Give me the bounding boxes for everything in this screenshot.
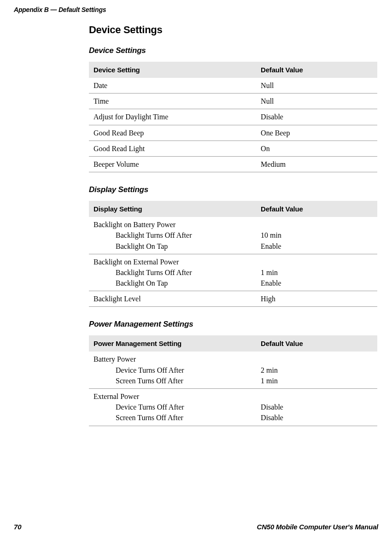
manual-title: CN50 Mobile Computer User's Manual [257, 523, 379, 531]
value-cell: Null [256, 78, 377, 94]
page-content: Device Settings Device SettingsDevice Se… [89, 24, 377, 439]
table-row: Backlight on External PowerBacklight Tur… [89, 254, 377, 291]
section-title: Device Settings [89, 24, 377, 36]
table-row: TimeNull [89, 94, 377, 109]
table-row: Good Read LightOn [89, 141, 377, 156]
value-cell: High [256, 291, 377, 307]
table-row: Adjust for Daylight TimeDisable [89, 109, 377, 125]
setting-cell: Good Read Light [89, 141, 256, 156]
settings-table: Device SettingDefault ValueDateNullTimeN… [89, 62, 377, 172]
sub-setting: Backlight Turns Off After [94, 267, 252, 278]
sub-value: 2 min [261, 365, 373, 375]
setting-cell: Backlight on External PowerBacklight Tur… [89, 254, 256, 291]
table-title: Display Settings [89, 185, 377, 194]
settings-table: Display SettingDefault ValueBacklight on… [89, 201, 377, 307]
column-header-setting: Display Setting [89, 201, 256, 217]
sub-value: Disable [261, 402, 373, 412]
setting-cell: Good Read Beep [89, 125, 256, 141]
value-cell: 10 minEnable [256, 217, 377, 254]
running-header: Appendix B — Default Settings [14, 6, 378, 13]
setting-cell: Beeper Volume [89, 156, 256, 172]
table-row: External PowerDevice Turns Off AfterScre… [89, 389, 377, 426]
column-header-setting: Device Setting [89, 62, 256, 78]
column-header-setting: Power Management Setting [89, 335, 256, 352]
value-cell: DisableDisable [256, 389, 377, 426]
sub-value: Enable [261, 278, 373, 288]
value-cell: Disable [256, 109, 377, 125]
value-cell: Null [256, 94, 377, 109]
value-cell: On [256, 141, 377, 156]
column-header-value: Default Value [256, 201, 377, 217]
table-row: DateNull [89, 78, 377, 94]
sub-value: Enable [261, 241, 373, 252]
value-cell: 2 min1 min [256, 352, 377, 388]
sub-value: 1 min [261, 375, 373, 386]
page-number: 70 [14, 523, 21, 531]
table-row: Beeper VolumeMedium [89, 156, 377, 172]
sub-value: 1 min [261, 267, 373, 278]
sub-setting: Backlight On Tap [94, 241, 252, 252]
value-cell: Medium [256, 156, 377, 172]
sub-value: 10 min [261, 230, 373, 240]
table-row: Backlight on Battery PowerBacklight Turn… [89, 217, 377, 254]
sub-setting: Backlight On Tap [94, 278, 252, 288]
value-cell: 1 minEnable [256, 254, 377, 291]
setting-cell: Date [89, 78, 256, 94]
setting-cell: External PowerDevice Turns Off AfterScre… [89, 389, 256, 426]
sub-setting: Backlight Turns Off After [94, 230, 252, 240]
setting-cell: Time [89, 94, 256, 109]
setting-cell: Battery PowerDevice Turns Off AfterScree… [89, 352, 256, 388]
page-footer: 70 CN50 Mobile Computer User's Manual [14, 523, 378, 531]
table-row: Battery PowerDevice Turns Off AfterScree… [89, 352, 377, 388]
settings-table: Power Management SettingDefault ValueBat… [89, 335, 377, 426]
column-header-value: Default Value [256, 62, 377, 78]
value-cell: One Beep [256, 125, 377, 141]
column-header-value: Default Value [256, 335, 377, 352]
sub-setting: Device Turns Off After [94, 365, 252, 375]
setting-cell: Adjust for Daylight Time [89, 109, 256, 125]
sub-value: Disable [261, 412, 373, 423]
table-row: Backlight LevelHigh [89, 291, 377, 307]
sub-setting: Screen Turns Off After [94, 412, 252, 423]
sub-setting: Screen Turns Off After [94, 375, 252, 386]
table-row: Good Read BeepOne Beep [89, 125, 377, 141]
setting-cell: Backlight on Battery PowerBacklight Turn… [89, 217, 256, 254]
table-title: Device Settings [89, 46, 377, 55]
sub-setting: Device Turns Off After [94, 402, 252, 412]
table-title: Power Management Settings [89, 320, 377, 329]
setting-cell: Backlight Level [89, 291, 256, 307]
